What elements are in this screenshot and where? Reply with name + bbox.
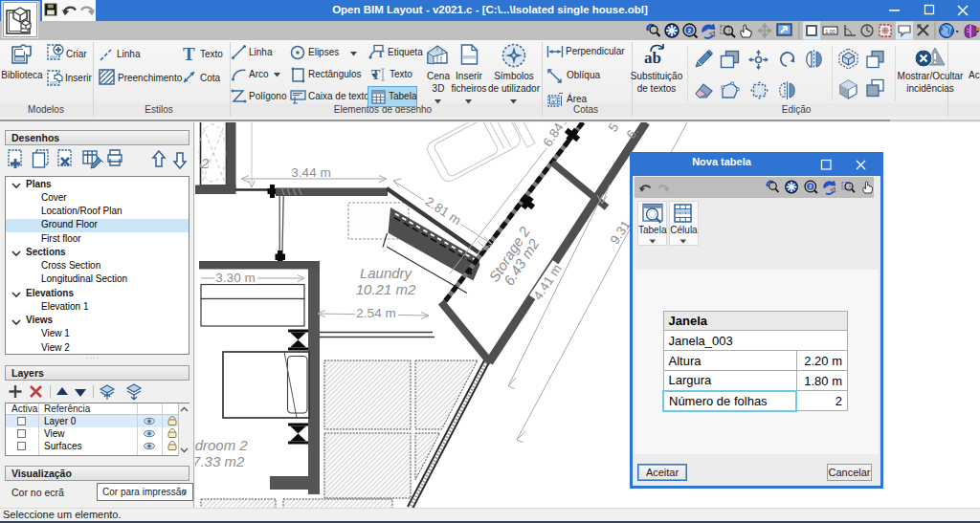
svg-text:2.54 m: 2.54 m bbox=[356, 306, 395, 320]
svg-text:2.81 m: 2.81 m bbox=[423, 194, 464, 228]
svg-text:1.00: 1.00 bbox=[825, 29, 835, 34]
svg-text:ab: ab bbox=[644, 49, 661, 67]
svg-text:2: 2 bbox=[200, 155, 210, 171]
svg-text:T: T bbox=[377, 48, 385, 59]
svg-text:10.21 m2: 10.21 m2 bbox=[356, 281, 416, 297]
svg-text:a': a' bbox=[551, 98, 556, 105]
svg-text:5: 5 bbox=[606, 122, 622, 134]
svg-text:T: T bbox=[371, 68, 381, 82]
svg-text:2: 2 bbox=[809, 184, 812, 189]
svg-text:17.33 m2: 17.33 m2 bbox=[195, 453, 245, 469]
svg-text:3.44 m: 3.44 m bbox=[291, 165, 330, 180]
svg-text:Laundry: Laundry bbox=[360, 265, 413, 281]
svg-text:Bedroom 2: Bedroom 2 bbox=[195, 437, 248, 453]
